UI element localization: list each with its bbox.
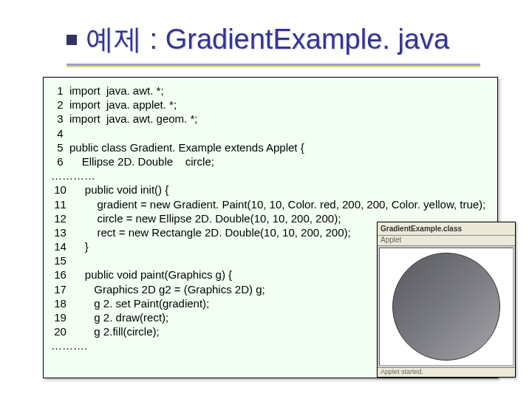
gradient-circle-icon: [392, 253, 500, 361]
applet-body: [379, 248, 514, 366]
applet-viewer-window: GradientExample.class Applet Applet star…: [377, 222, 516, 378]
title-row: 예제 : GradientExample. java: [66, 21, 510, 58]
slide: 예제 : GradientExample. java 1 import java…: [0, 0, 532, 399]
title-bullet-icon: [66, 35, 77, 45]
applet-titlebar: GradientExample.class: [378, 222, 515, 236]
applet-status: Applet started.: [378, 367, 515, 377]
applet-menu: Applet: [378, 236, 515, 246]
title-underline: [66, 64, 480, 68]
slide-title: 예제 : GradientExample. java: [86, 21, 449, 58]
